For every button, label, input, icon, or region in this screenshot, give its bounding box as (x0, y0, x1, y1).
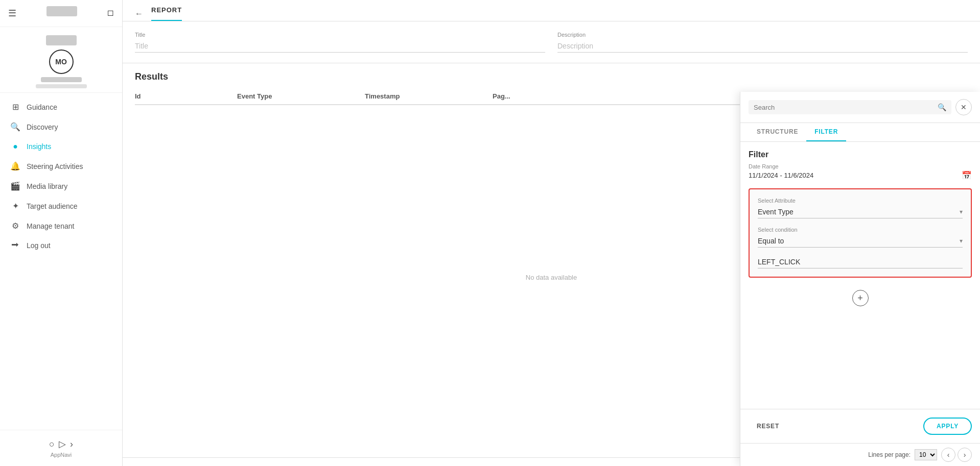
sidebar-nav: ⊞ Guidance 🔍 Discovery ● Insights 🔔 Stee… (0, 93, 122, 430)
appnavi-icons: ○ ▷ › (49, 438, 73, 450)
brand-logo (46, 35, 77, 45)
add-condition-button[interactable]: + (852, 290, 869, 306)
apply-button[interactable]: APPLY (923, 418, 972, 435)
sidebar-label-media: Media library (27, 182, 67, 190)
user-role-placeholder (36, 84, 87, 88)
description-label: Description (557, 32, 968, 38)
search-input[interactable] (754, 104, 934, 111)
description-field: Description (557, 32, 968, 53)
main-content: ← REPORT Title Description Results Id Ev… (123, 0, 980, 466)
select-condition-field: Select condition Equal to ▾ (758, 227, 963, 248)
condition-chevron-icon: ▾ (960, 237, 963, 244)
hamburger-icon[interactable]: ☰ (8, 8, 16, 19)
media-icon: 🎬 (10, 181, 20, 191)
panel-bottom-bar: Lines per page: 10 25 50 ‹ › (740, 443, 980, 466)
select-attribute-label: Select Attribute (758, 198, 963, 204)
select-attribute-field: Select Attribute Event Type ▾ (758, 198, 963, 218)
sidebar-label-discovery: Discovery (27, 123, 58, 131)
calendar-icon[interactable]: 📅 (962, 170, 972, 180)
date-range-value: 11/1/2024 - 11/6/2024 (749, 171, 813, 179)
select-attribute-value: Event Type (758, 208, 794, 216)
description-input[interactable] (557, 40, 968, 53)
add-condition-row: + (749, 290, 972, 306)
sidebar-item-guidance[interactable]: ⊞ Guidance (0, 97, 122, 117)
results-title: Results (135, 71, 968, 82)
sidebar: ☰ ☐ MO ⊞ Guidance 🔍 Discovery ● Insights… (0, 0, 123, 466)
form-section: Title Description (123, 21, 980, 63)
appnavi-play-icon: ▷ (59, 438, 66, 450)
date-range-label: Date Range (749, 163, 972, 169)
search-wrapper: 🔍 (749, 100, 951, 114)
filter-title: Filter (749, 150, 972, 159)
appnavi-circle-icon: ○ (49, 439, 55, 450)
sidebar-bottom: ○ ▷ › AppNavi (0, 430, 122, 466)
panel-search-row: 🔍 ✕ (740, 92, 980, 123)
discovery-icon: 🔍 (10, 122, 20, 132)
sidebar-item-log-out[interactable]: ⮕ Log out (0, 236, 122, 255)
lines-per-page-select[interactable]: 10 25 50 (915, 449, 937, 460)
inbox-icon[interactable]: ☐ (107, 9, 114, 17)
user-name-placeholder (41, 77, 82, 82)
guidance-icon: ⊞ (10, 102, 20, 112)
settings-icon: ⚙ (10, 221, 20, 231)
value-input[interactable] (758, 256, 963, 268)
steering-icon: 🔔 (10, 161, 20, 171)
col-timestamp: Timestamp (365, 92, 493, 100)
title-label: Title (135, 32, 545, 38)
sidebar-label-manage: Manage tenant (27, 222, 74, 230)
appnavi-label: AppNavi (51, 452, 72, 458)
sidebar-item-target-audience[interactable]: ✦ Target audience (0, 196, 122, 216)
title-field: Title (135, 32, 545, 53)
sidebar-label-logout: Log out (27, 241, 51, 250)
appnavi-arrow-icon: › (70, 439, 73, 450)
back-button[interactable]: ← (135, 9, 143, 18)
avatar: MO (49, 50, 74, 74)
main-header: ← REPORT (123, 0, 980, 21)
filter-panel: 🔍 ✕ STRUCTURE FILTER Filter Date Range 1… (740, 92, 980, 466)
panel-tabs: STRUCTURE FILTER (740, 123, 980, 142)
insights-icon: ● (10, 142, 20, 151)
sidebar-item-media-library[interactable]: 🎬 Media library (0, 176, 122, 196)
avatar-section: MO (0, 27, 122, 93)
tab-filter[interactable]: FILTER (806, 123, 846, 141)
sidebar-label-guidance: Guidance (27, 103, 57, 111)
prev-page-button[interactable]: ‹ (941, 448, 955, 462)
sidebar-logo (46, 6, 77, 16)
target-icon: ✦ (10, 201, 20, 211)
next-page-button[interactable]: › (958, 448, 972, 462)
select-attribute-control[interactable]: Event Type ▾ (758, 206, 963, 218)
lines-per-page-label: Lines per page: (868, 451, 911, 458)
page-nav: ‹ › (941, 448, 972, 462)
col-event-type: Event Type (237, 92, 365, 100)
sidebar-item-manage-tenant[interactable]: ⚙ Manage tenant (0, 216, 122, 236)
reset-button[interactable]: RESET (749, 419, 787, 434)
tab-structure[interactable]: STRUCTURE (749, 123, 806, 141)
search-icon: 🔍 (938, 103, 946, 111)
panel-filter-content: Filter Date Range 11/1/2024 - 11/6/2024 … (740, 142, 980, 409)
no-data-label: No data available (526, 274, 577, 281)
report-tab[interactable]: REPORT (151, 6, 182, 21)
sidebar-item-steering-activities[interactable]: 🔔 Steering Activities (0, 156, 122, 176)
filter-condition-box: Select Attribute Event Type ▾ Select con… (749, 188, 972, 278)
sidebar-label-steering: Steering Activities (27, 162, 83, 170)
attribute-chevron-icon: ▾ (960, 208, 963, 215)
select-condition-value: Equal to (758, 237, 784, 245)
panel-footer: RESET APPLY (740, 409, 980, 443)
appnavi-section: ○ ▷ › AppNavi (10, 438, 112, 458)
select-condition-label: Select condition (758, 227, 963, 233)
sidebar-label-insights: Insights (27, 142, 51, 151)
close-button[interactable]: ✕ (955, 99, 972, 115)
sidebar-top: ☰ ☐ (0, 0, 122, 27)
sidebar-item-discovery[interactable]: 🔍 Discovery (0, 117, 122, 137)
sidebar-item-insights[interactable]: ● Insights (0, 137, 122, 156)
select-condition-control[interactable]: Equal to ▾ (758, 235, 963, 248)
col-id: Id (135, 92, 237, 100)
sidebar-label-target: Target audience (27, 202, 78, 210)
date-range-row: 11/1/2024 - 11/6/2024 📅 (749, 170, 972, 180)
logout-icon: ⮕ (10, 241, 20, 250)
title-input[interactable] (135, 40, 545, 53)
